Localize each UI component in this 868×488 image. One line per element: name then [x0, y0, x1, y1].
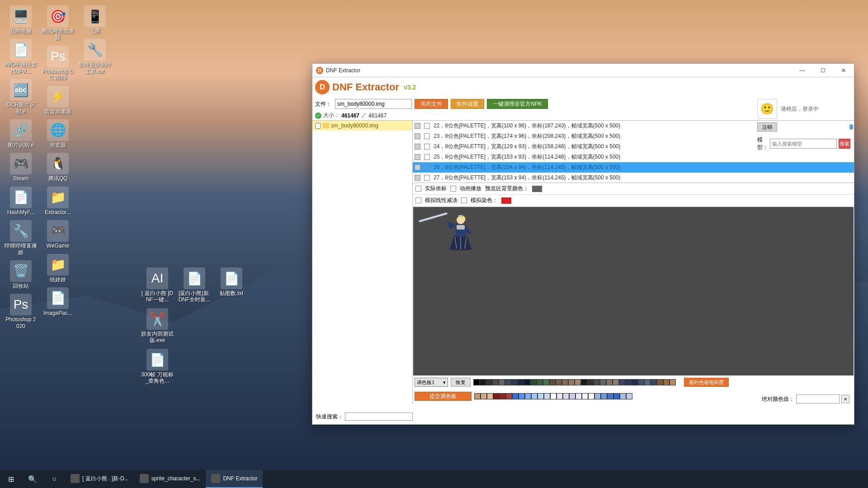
- row-checkbox-1[interactable]: [415, 144, 420, 150]
- palette-cell[interactable]: [492, 379, 499, 385]
- palette-cell[interactable]: [576, 393, 582, 399]
- row-checkbox-1[interactable]: [415, 154, 420, 160]
- desktop-icon[interactable]: 📄ImagePac...: [41, 286, 75, 317]
- palette-cell[interactable]: [543, 379, 549, 385]
- clean-npk-button[interactable]: 一键清理非官方NPK: [487, 99, 548, 109]
- row-checkbox-1[interactable]: [415, 164, 420, 170]
- palette-cell[interactable]: [480, 379, 486, 385]
- palette-cell[interactable]: [607, 393, 613, 399]
- palette-cell[interactable]: [512, 393, 519, 399]
- desktop-icon[interactable]: 🔧软件皮肤制作工具.rar: [78, 38, 112, 75]
- row-checkbox-2[interactable]: [424, 164, 430, 170]
- desktop-icon[interactable]: 📄[蓝白小熊]新.DNF全时装...: [177, 267, 212, 304]
- palette-cell[interactable]: [499, 379, 505, 385]
- logout-button[interactable]: 注销: [757, 122, 777, 131]
- row-checkbox-1[interactable]: [415, 123, 420, 129]
- bg-color-swatch[interactable]: [532, 186, 542, 192]
- row-checkbox-2[interactable]: [424, 154, 430, 160]
- palette-cell[interactable]: [473, 379, 480, 385]
- palette-cell[interactable]: [582, 393, 588, 399]
- desktop-icon[interactable]: 📁纸娃娃: [41, 253, 75, 284]
- linear-checkbox[interactable]: [415, 197, 421, 203]
- hsl-button[interactable]: 相对色相饱和度: [684, 378, 729, 387]
- palette-cell[interactable]: [544, 393, 550, 399]
- palette-cell[interactable]: [626, 393, 632, 399]
- avatar[interactable]: 🙂: [757, 99, 777, 119]
- desktop-icon[interactable]: 🐧腾讯QQ: [41, 152, 75, 183]
- palette-cell[interactable]: [606, 379, 613, 385]
- abs-color-clear[interactable]: ✕: [841, 395, 849, 403]
- desktop-icon[interactable]: 📁Extractor...: [41, 186, 75, 216]
- palette-cell[interactable]: [600, 379, 606, 385]
- palette-cell[interactable]: [581, 379, 587, 385]
- palette-cell[interactable]: [550, 393, 557, 399]
- palette-cell[interactable]: [569, 393, 576, 399]
- model-search-input[interactable]: [770, 139, 837, 149]
- abs-color-input[interactable]: [796, 394, 840, 404]
- palette-cell[interactable]: [474, 393, 481, 399]
- desktop-icon[interactable]: 🖥️我的电脑: [4, 5, 38, 35]
- palette-cell[interactable]: [594, 379, 600, 385]
- row-checkbox-1[interactable]: [415, 133, 420, 139]
- search-button[interactable]: 搜索: [839, 139, 850, 149]
- tint-color-swatch[interactable]: [501, 197, 511, 204]
- palette-cell[interactable]: [525, 393, 531, 399]
- settings-button[interactable]: 软件设置: [451, 99, 484, 109]
- row-checkbox-2[interactable]: [424, 144, 430, 150]
- palette-cell[interactable]: [670, 379, 676, 385]
- palette-cell[interactable]: [601, 393, 607, 399]
- desktop-icon[interactable]: 🎯腾讯网游加速器: [41, 5, 75, 42]
- row-checkbox-2[interactable]: [424, 123, 430, 129]
- desktop-icon[interactable]: 🗑️回收站: [4, 259, 38, 290]
- palette-cell[interactable]: [568, 379, 575, 385]
- palette-cell[interactable]: [493, 393, 500, 399]
- tree-checkbox[interactable]: [315, 123, 321, 129]
- palette-cell[interactable]: [663, 379, 670, 385]
- start-button[interactable]: ⊞: [0, 470, 22, 488]
- list-row[interactable]: 26，8位色[PALETTE]，宽高(154 x 94)，坐标(114,245)…: [413, 162, 854, 173]
- taskbar-item[interactable]: sprite_character_s...: [134, 470, 206, 488]
- taskbar-item[interactable]: [ 蓝白小熊 . ]新-D...: [65, 470, 134, 488]
- desktop-icon[interactable]: 📄300帧 万能标_查角色...: [140, 348, 175, 385]
- palette-cell[interactable]: [575, 379, 581, 385]
- desktop-icon[interactable]: 📄HashMyF...: [4, 186, 38, 216]
- palette-cell[interactable]: [481, 393, 487, 399]
- search-button[interactable]: 🔍: [22, 470, 43, 488]
- palette-cell[interactable]: [557, 393, 563, 399]
- list-row[interactable]: 27，8位色[PALETTE]，宽高(153 x 94)，坐标(114,245)…: [413, 173, 854, 183]
- tint-checkbox[interactable]: [461, 197, 467, 203]
- palette-dropdown[interactable]: 调色板1▾: [415, 378, 448, 387]
- minimize-button[interactable]: —: [792, 64, 812, 77]
- palette-cell[interactable]: [556, 379, 562, 385]
- file-input[interactable]: [335, 99, 412, 109]
- palette-cell[interactable]: [537, 379, 543, 385]
- desktop-icon[interactable]: ⚡雷雷加速器: [41, 85, 75, 116]
- desktop-icon[interactable]: 🎮WeGame: [41, 219, 75, 250]
- desktop-icon[interactable]: 🌐浏览器: [41, 118, 75, 149]
- palette-cell[interactable]: [500, 393, 506, 399]
- palette-cell[interactable]: [619, 379, 625, 385]
- palette-cell[interactable]: [506, 393, 512, 399]
- palette-cell[interactable]: [487, 393, 493, 399]
- desktop-icon[interactable]: 🔧哔哩哔哩直播姬: [4, 219, 38, 257]
- palette-cell[interactable]: [524, 379, 530, 385]
- real-coord-checkbox[interactable]: [415, 186, 421, 192]
- taskbar-item[interactable]: DNF Extractor: [206, 470, 263, 488]
- palette-cell[interactable]: [562, 379, 568, 385]
- list-row[interactable]: 25，8位色[PALETTE]，宽高(153 x 93)，坐标(114,246)…: [413, 152, 854, 162]
- palette-cell[interactable]: [505, 379, 511, 385]
- row-checkbox-2[interactable]: [424, 133, 430, 139]
- anim-play-checkbox[interactable]: [450, 186, 456, 192]
- desktop-icon[interactable]: 📄贴图数.txt: [214, 267, 249, 304]
- desktop-icon[interactable]: ✂️群友内部测试版.exe: [140, 307, 175, 345]
- desktop-icon[interactable]: 🎮Steam: [4, 152, 38, 183]
- maximize-button[interactable]: ☐: [812, 64, 833, 77]
- desktop-icon[interactable]: 🔗图片识别.e: [4, 118, 38, 149]
- row-checkbox-1[interactable]: [415, 175, 420, 181]
- palette-cell[interactable]: [538, 393, 544, 399]
- palette-cell[interactable]: [531, 393, 538, 399]
- palette-cell[interactable]: [530, 379, 537, 385]
- desktop-icon[interactable]: 📱飞屏: [78, 5, 112, 35]
- desktop-icon[interactable]: 🔤OCR图片识别.e: [4, 78, 38, 116]
- palette-cell[interactable]: [632, 379, 638, 385]
